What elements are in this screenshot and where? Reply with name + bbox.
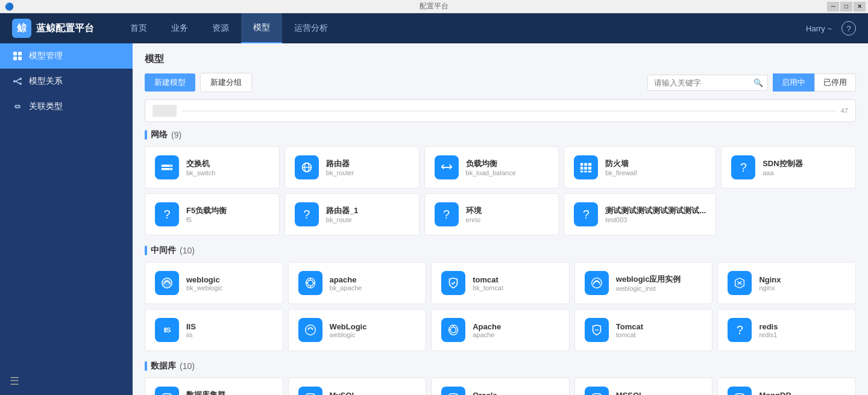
oracle-info: Oracle oracle: [473, 391, 497, 396]
nginx-key: nginx: [759, 284, 781, 291]
model-card-iis[interactable]: IIS IIS iis: [145, 309, 283, 351]
firewall-icon: [574, 155, 598, 179]
model-card-mssql[interactable]: MSSQL mssql: [574, 378, 713, 395]
router1-name: 路由器_1: [326, 205, 358, 216]
model-card-tomcat[interactable]: tomcat bk_tomcat: [431, 262, 570, 304]
status-active-button[interactable]: 启用中: [773, 73, 814, 92]
svg-rect-1: [18, 52, 22, 55]
scroll-track: [181, 111, 836, 111]
model-card-f5[interactable]: ? F5负载均衡 f5: [145, 193, 280, 235]
router-name: 路由器: [326, 158, 354, 169]
switch-key: bk_switch: [186, 169, 215, 176]
close-button[interactable]: ✕: [854, 2, 866, 11]
apache-icon: [298, 271, 322, 295]
loadbalance-info: 负载均衡 bk_load_balance: [466, 158, 516, 176]
svg-point-28: [305, 325, 315, 335]
weblogic-key: bk_weblogic: [186, 284, 223, 291]
svg-rect-2: [13, 57, 17, 60]
nav-ops[interactable]: 运营分析: [282, 13, 340, 43]
mysql-info: MySQL mysql: [330, 391, 357, 396]
middleware-count: (10): [180, 246, 195, 255]
model-card-weblogic2[interactable]: WebLogic weblogic: [288, 309, 427, 351]
model-card-weblogic[interactable]: weblogic bk_weblogic: [145, 262, 283, 304]
model-card-env[interactable]: ? 环境 enrio: [424, 193, 559, 235]
main-layout: 模型管理 模型关系 关联类型: [0, 43, 868, 395]
svg-point-6: [19, 82, 22, 85]
toolbar: 新建模型 新建分组 🔍 启用中 已停用: [145, 73, 856, 92]
search-input[interactable]: [647, 75, 768, 91]
weblogic-name: weblogic: [186, 275, 223, 284]
nav-home[interactable]: 首页: [118, 13, 159, 43]
database-label: 数据库: [151, 361, 176, 372]
nav-resource[interactable]: 资源: [200, 13, 241, 43]
help-icon[interactable]: ?: [841, 21, 856, 36]
sdn-key: aaa: [763, 169, 802, 176]
f5-key: f5: [186, 216, 227, 223]
sidebar-item-model-relation[interactable]: 模型关系: [0, 69, 133, 94]
model-card-db-cluster[interactable]: 数据库集群 db_cluster: [145, 378, 283, 395]
mysql-name: MySQL: [330, 391, 357, 396]
svg-rect-3: [18, 57, 22, 60]
new-model-button[interactable]: 新建模型: [145, 73, 195, 92]
weblogic2-icon: [298, 318, 322, 342]
oracle-icon: [441, 387, 465, 395]
minimize-button[interactable]: ─: [827, 2, 839, 11]
firewall-key: bk_firewall: [605, 169, 637, 176]
model-card-weblogic-inst[interactable]: weblogic应用实例 weblogic_inst: [574, 262, 713, 304]
db-cluster-icon: [155, 387, 179, 395]
status-disabled-button[interactable]: 已停用: [814, 73, 856, 92]
nodes-icon: [12, 76, 23, 87]
router1-icon: ?: [295, 202, 319, 226]
user-name: Harry ~: [806, 24, 832, 33]
section-bar: [145, 130, 147, 140]
sidebar-label-association-type: 关联类型: [29, 101, 63, 112]
status-buttons: 启用中 已停用: [773, 73, 856, 92]
router1-info: 路由器_1 bk_route: [326, 205, 358, 223]
switch-name: 交换机: [186, 158, 215, 169]
scroll-preview: 47: [145, 99, 856, 122]
model-card-test[interactable]: ? 测试测试测试测试测试测试... test003: [564, 193, 716, 235]
model-card-apache[interactable]: apache bk_apache: [288, 262, 427, 304]
nginx-icon: [728, 271, 752, 295]
network-section-header: 网络 (9): [145, 129, 856, 140]
model-card-mongodb[interactable]: MongDB mongodb_linu: [717, 378, 856, 395]
mongodb-info: MongDB mongodb_linu: [759, 391, 800, 396]
content-area: 模型 新建模型 新建分组 🔍 启用中 已停用 47: [133, 43, 868, 395]
weblogic-inst-icon: [585, 271, 609, 295]
top-nav: 鲸 蓝鲸配置平台 首页 业务 资源 模型 运营分析 Harry ~ ?: [0, 13, 868, 43]
model-card-nginx[interactable]: Nginx nginx: [717, 262, 856, 304]
maximize-button[interactable]: □: [840, 2, 852, 11]
iis-key: iis: [186, 331, 196, 338]
logo-area: 鲸 蓝鲸配置平台: [12, 19, 94, 38]
new-group-button[interactable]: 新建分组: [200, 73, 252, 92]
model-card-apache2[interactable]: Apache apache: [431, 309, 570, 351]
model-card-mysql[interactable]: MySQL mysql: [288, 378, 427, 395]
model-card-loadbalance[interactable]: 负载均衡 bk_load_balance: [424, 146, 559, 188]
svg-line-8: [16, 81, 19, 84]
sidebar-item-model-management[interactable]: 模型管理: [0, 43, 133, 69]
tomcat2-name: Tomcat: [616, 322, 643, 331]
nav-model[interactable]: 模型: [241, 13, 282, 43]
model-card-firewall[interactable]: 防火墙 bk_firewall: [564, 146, 716, 188]
nav-business[interactable]: 业务: [159, 13, 200, 43]
model-card-redis[interactable]: ? redis redis1: [717, 309, 856, 351]
mssql-icon: [585, 387, 609, 395]
svg-point-27: [592, 278, 602, 288]
firewall-name: 防火墙: [605, 158, 637, 169]
model-card-sdn[interactable]: ? SDN控制器 aaa: [721, 146, 856, 188]
sidebar-item-association-type[interactable]: 关联类型: [0, 94, 133, 119]
svg-rect-25: [588, 171, 592, 173]
model-card-router[interactable]: 路由器 bk_router: [285, 146, 420, 188]
search-bar: 🔍 启用中 已停用: [647, 73, 856, 92]
weblogic-inst-key: weblogic_inst: [616, 285, 681, 292]
link-icon: [12, 101, 23, 112]
model-card-tomcat2[interactable]: Tomcat tomcat: [574, 309, 713, 351]
model-card-router1[interactable]: ? 路由器_1 bk_route: [285, 193, 420, 235]
env-key: enrio: [466, 216, 482, 223]
user-info[interactable]: Harry ~: [806, 24, 832, 33]
model-card-switch[interactable]: 交换机 bk_switch: [145, 146, 280, 188]
model-card-oracle[interactable]: Oracle oracle: [431, 378, 570, 395]
apache-name: apache: [330, 275, 362, 284]
menu-toggle[interactable]: ☰: [10, 375, 19, 388]
tomcat-info: tomcat bk_tomcat: [473, 275, 503, 291]
